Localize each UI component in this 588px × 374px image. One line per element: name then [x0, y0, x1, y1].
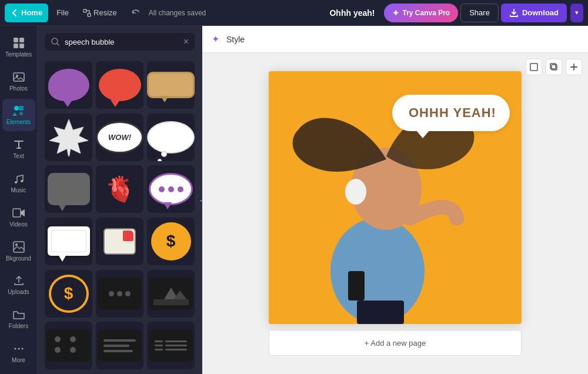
- templates-label: Templates: [5, 51, 32, 58]
- list-item[interactable]: [147, 270, 195, 318]
- svg-rect-4: [14, 44, 18, 48]
- search-input[interactable]: [65, 38, 179, 46]
- file-button[interactable]: File: [51, 4, 75, 22]
- sidebar-item-background[interactable]: Bkground: [2, 235, 35, 268]
- list-item[interactable]: [96, 218, 143, 265]
- tan-bubble-shape: [147, 72, 195, 98]
- dots-bubble: [149, 173, 193, 205]
- frame-icon: [530, 63, 538, 71]
- download-arrow-button[interactable]: ▾: [570, 4, 583, 22]
- sidebar-item-templates[interactable]: Templates: [2, 31, 35, 64]
- list-item[interactable]: [96, 322, 143, 369]
- file-label: File: [56, 8, 69, 17]
- dollar-outline-bubble: $: [49, 275, 89, 313]
- add-page-bar[interactable]: + Add a new page: [269, 330, 522, 356]
- list-lines-bubble2: [149, 329, 193, 362]
- gray-rect-bubble: [48, 173, 90, 205]
- canvas-frame-button[interactable]: [526, 59, 542, 75]
- sidebar-item-photos[interactable]: Photos: [2, 65, 35, 98]
- svg-rect-9: [19, 106, 24, 111]
- white-square-bubble: [48, 226, 90, 256]
- character-bubble: 🫀: [105, 177, 135, 202]
- svg-rect-10: [19, 112, 23, 115]
- list-item[interactable]: [45, 113, 92, 161]
- elements-icon: [12, 104, 25, 117]
- home-button[interactable]: Home: [5, 4, 48, 22]
- list-item[interactable]: [147, 113, 195, 161]
- speech-bubble[interactable]: OHHH YEAH!: [392, 95, 510, 131]
- elements-label: Elements: [6, 119, 31, 125]
- more-label: More: [12, 357, 25, 363]
- resize-button[interactable]: Resize: [77, 4, 123, 22]
- videos-label: Videos: [9, 221, 27, 228]
- music-label: Music: [11, 187, 26, 193]
- wow-bubble-shape: WOW!: [96, 121, 143, 153]
- search-bar-container: ×: [45, 33, 195, 51]
- list-item[interactable]: [147, 61, 195, 109]
- add-icon: [570, 63, 578, 71]
- list-item[interactable]: [147, 165, 195, 213]
- sidebar-icons: Templates Photos Elements: [0, 26, 38, 374]
- more-icon: [12, 342, 25, 355]
- undo-icon: [131, 8, 141, 18]
- red-bubble-shape: [99, 69, 141, 101]
- sidebar-item-text[interactable]: Text: [2, 132, 35, 165]
- text-label: Text: [13, 153, 24, 159]
- uploads-label: Uploads: [8, 289, 29, 295]
- list-item[interactable]: $: [45, 270, 92, 318]
- sidebar-item-videos[interactable]: Videos: [2, 201, 35, 233]
- svg-rect-13: [13, 209, 21, 217]
- list-item[interactable]: [96, 61, 143, 109]
- photos-icon: [12, 71, 25, 84]
- style-label: Style: [226, 35, 245, 44]
- elements-grid: WOW! 🫀: [38, 58, 202, 374]
- background-label: Bkground: [6, 255, 31, 262]
- canvas-controls: [526, 59, 582, 75]
- svg-rect-24: [530, 64, 537, 71]
- dollar-yellow-bubble: $: [151, 222, 191, 261]
- list-item[interactable]: [96, 270, 143, 318]
- list-item[interactable]: [45, 322, 92, 369]
- text-icon: [12, 138, 25, 151]
- list-item[interactable]: [45, 61, 92, 109]
- black-grid-dots-bubble: [46, 329, 91, 362]
- style-bar: ✦ Style: [202, 26, 588, 53]
- svg-point-12: [21, 180, 23, 182]
- sidebar-item-elements[interactable]: Elements: [2, 99, 35, 132]
- svg-point-17: [18, 348, 19, 350]
- clear-search-button[interactable]: ×: [183, 36, 189, 47]
- list-item[interactable]: [147, 322, 195, 369]
- list-item[interactable]: [45, 218, 92, 265]
- list-item[interactable]: [45, 165, 92, 213]
- list-lines-bubble1: [98, 329, 142, 362]
- sidebar-item-folders[interactable]: Folders: [2, 302, 35, 335]
- share-button[interactable]: Share: [460, 4, 499, 22]
- canvas-inner: OHHH YEAH!: [269, 71, 522, 324]
- sidebar-item-more[interactable]: More: [2, 336, 35, 369]
- sidebar-item-uploads[interactable]: Uploads: [2, 269, 35, 302]
- svg-rect-2: [14, 38, 18, 42]
- canvas-card[interactable]: OHHH YEAH!: [269, 71, 522, 324]
- white-oval-bubble: [147, 121, 195, 153]
- list-item[interactable]: $: [147, 218, 195, 265]
- try-pro-label: Try Canva Pro: [402, 9, 450, 17]
- undo-button[interactable]: [125, 4, 146, 22]
- svg-rect-30: [348, 271, 365, 300]
- sidebar-item-music[interactable]: Music: [2, 166, 35, 199]
- folders-icon: [12, 308, 25, 321]
- download-arrow-icon: ▾: [575, 9, 579, 16]
- topbar: Home File Resize All changes saved Ohhh …: [0, 0, 588, 26]
- download-button[interactable]: Download: [501, 4, 567, 22]
- svg-point-7: [16, 75, 18, 77]
- canvas-add-button[interactable]: [566, 59, 582, 75]
- saved-status: All changes saved: [149, 9, 206, 17]
- svg-point-11: [15, 181, 17, 183]
- canvas-workspace: OHHH YEAH! + Add a new page: [202, 53, 588, 374]
- templates-icon: [12, 36, 25, 49]
- list-item[interactable]: WOW!: [96, 113, 143, 161]
- list-item[interactable]: 🫀: [96, 165, 143, 213]
- try-pro-button[interactable]: ✦ Try Canva Pro: [384, 4, 458, 22]
- canvas-copy-button[interactable]: [546, 59, 562, 75]
- svg-rect-1: [88, 14, 91, 16]
- purple-bubble-shape: [48, 69, 89, 101]
